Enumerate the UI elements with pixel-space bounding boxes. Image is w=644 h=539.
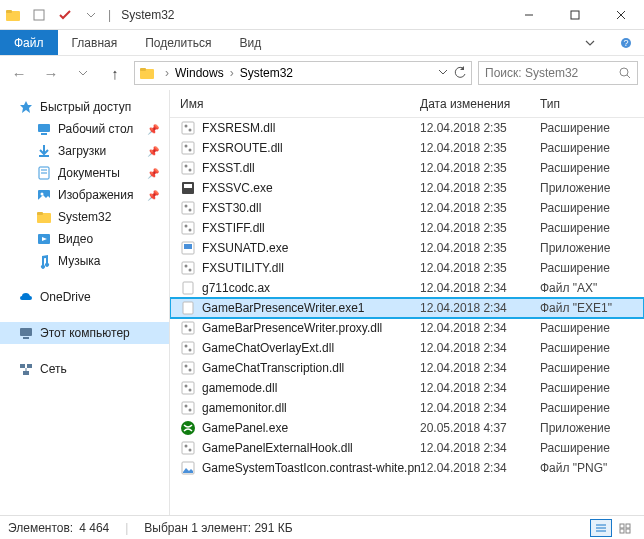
- svg-rect-2: [34, 10, 44, 20]
- ribbon-help-icon[interactable]: ?: [608, 30, 644, 55]
- search-input[interactable]: [485, 66, 615, 80]
- file-list[interactable]: FXSRESM.dll12.04.2018 2:35РасширениеFXSR…: [170, 118, 644, 515]
- sidebar-this-pc[interactable]: Этот компьютер: [0, 322, 169, 344]
- address-bar[interactable]: › Windows › System32: [134, 61, 472, 85]
- view-mode-switch: [590, 519, 636, 537]
- svg-point-31: [185, 125, 188, 128]
- nav-forward-button[interactable]: →: [38, 60, 64, 86]
- file-row[interactable]: GameChatTranscription.dll12.04.2018 2:34…: [170, 358, 644, 378]
- nav-up-button[interactable]: ↑: [102, 60, 128, 86]
- file-type: Файл "EXE1": [540, 301, 644, 315]
- sidebar-item-label: Изображения: [58, 188, 133, 202]
- file-date: 12.04.2018 2:35: [420, 181, 540, 195]
- pin-icon: 📌: [147, 124, 159, 135]
- file-row[interactable]: FXST30.dll12.04.2018 2:35Расширение: [170, 198, 644, 218]
- qat-check-icon[interactable]: [56, 6, 74, 24]
- svg-point-46: [189, 229, 192, 232]
- sidebar-item[interactable]: Видео: [0, 228, 169, 250]
- sidebar-item[interactable]: System32: [0, 206, 169, 228]
- file-date: 12.04.2018 2:35: [420, 201, 540, 215]
- sidebar-item-label: Документы: [58, 166, 120, 180]
- file-type: Расширение: [540, 361, 644, 375]
- view-details-button[interactable]: [590, 519, 612, 537]
- folder-icon: [139, 65, 155, 81]
- file-row[interactable]: FXSTIFF.dll12.04.2018 2:35Расширение: [170, 218, 644, 238]
- file-name: FXSST.dll: [202, 161, 255, 175]
- close-button[interactable]: [598, 0, 644, 30]
- qat-save-icon[interactable]: [30, 6, 48, 24]
- chevron-right-icon[interactable]: ›: [230, 66, 234, 80]
- sidebar-label: Сеть: [40, 362, 67, 376]
- minimize-button[interactable]: [506, 0, 552, 30]
- svg-point-35: [189, 149, 192, 152]
- breadcrumb[interactable]: System32: [240, 66, 293, 80]
- dll-icon: [180, 120, 196, 136]
- ribbon-expand-icon[interactable]: [572, 30, 608, 55]
- file-date: 12.04.2018 2:35: [420, 121, 540, 135]
- file-date: 12.04.2018 2:35: [420, 141, 540, 155]
- file-row[interactable]: GameChatOverlayExt.dll12.04.2018 2:34Рас…: [170, 338, 644, 358]
- file-type: Расширение: [540, 401, 644, 415]
- nav-recent-button[interactable]: [70, 60, 96, 86]
- qat-down-icon[interactable]: [82, 6, 100, 24]
- tab-share[interactable]: Поделиться: [131, 30, 225, 55]
- tab-home[interactable]: Главная: [58, 30, 132, 55]
- svg-rect-36: [182, 162, 194, 174]
- file-row[interactable]: GameBarPresenceWriter.proxy.dll12.04.201…: [170, 318, 644, 338]
- view-icons-button[interactable]: [614, 519, 636, 537]
- column-name[interactable]: Имя: [170, 97, 420, 111]
- sidebar-item[interactable]: Документы📌: [0, 162, 169, 184]
- sidebar-label: OneDrive: [40, 290, 91, 304]
- file-row[interactable]: GamePanelExternalHook.dll12.04.2018 2:34…: [170, 438, 644, 458]
- file-date: 12.04.2018 2:34: [420, 401, 540, 415]
- tab-file[interactable]: Файл: [0, 30, 58, 55]
- address-dropdown-icon[interactable]: [437, 66, 449, 80]
- tab-view[interactable]: Вид: [225, 30, 275, 55]
- sidebar-item[interactable]: Музыка: [0, 250, 169, 272]
- column-date[interactable]: Дата изменения: [420, 97, 540, 111]
- file-row[interactable]: gamemonitor.dll12.04.2018 2:34Расширение: [170, 398, 644, 418]
- file-type: Расширение: [540, 321, 644, 335]
- file-name: g711codc.ax: [202, 281, 270, 295]
- column-type[interactable]: Тип: [540, 97, 644, 111]
- svg-point-62: [189, 369, 192, 372]
- file-row[interactable]: FXSROUTE.dll12.04.2018 2:35Расширение: [170, 138, 644, 158]
- svg-rect-14: [41, 133, 47, 135]
- file-type: Расширение: [540, 121, 644, 135]
- file-row[interactable]: FXSSVC.exe12.04.2018 2:35Приложение: [170, 178, 644, 198]
- dll-icon: [180, 360, 196, 376]
- file-row[interactable]: FXSUNATD.exe12.04.2018 2:35Приложение: [170, 238, 644, 258]
- file-type: Файл "AX": [540, 281, 644, 295]
- sidebar-item[interactable]: Изображения📌: [0, 184, 169, 206]
- search-box[interactable]: [478, 61, 638, 85]
- svg-rect-25: [23, 337, 29, 339]
- sidebar-quick-access[interactable]: Быстрый доступ: [0, 96, 169, 118]
- refresh-icon[interactable]: [453, 66, 467, 80]
- breadcrumb[interactable]: Windows: [175, 66, 224, 80]
- file-row[interactable]: FXSRESM.dll12.04.2018 2:35Расширение: [170, 118, 644, 138]
- nav-back-button[interactable]: ←: [6, 60, 32, 86]
- file-row[interactable]: gamemode.dll12.04.2018 2:34Расширение: [170, 378, 644, 398]
- sidebar-onedrive[interactable]: OneDrive: [0, 286, 169, 308]
- file-row[interactable]: GamePanel.exe20.05.2018 4:37Приложение: [170, 418, 644, 438]
- file-row[interactable]: FXSUTILITY.dll12.04.2018 2:35Расширение: [170, 258, 644, 278]
- sidebar-network[interactable]: Сеть: [0, 358, 169, 380]
- sidebar-item[interactable]: Рабочий стол📌: [0, 118, 169, 140]
- svg-rect-41: [182, 202, 194, 214]
- file-row[interactable]: GameBarPresenceWriter.exe112.04.2018 2:3…: [170, 298, 644, 318]
- svg-rect-78: [626, 524, 630, 528]
- main-split: Быстрый доступ Рабочий стол📌Загрузки📌Док…: [0, 90, 644, 515]
- sidebar-item[interactable]: Загрузки📌: [0, 140, 169, 162]
- chevron-right-icon[interactable]: ›: [165, 66, 169, 80]
- maximize-button[interactable]: [552, 0, 598, 30]
- file-name: FXSUNATD.exe: [202, 241, 288, 255]
- sidebar-label: Быстрый доступ: [40, 100, 131, 114]
- file-name: GameBarPresenceWriter.proxy.dll: [202, 321, 382, 335]
- file-date: 12.04.2018 2:34: [420, 441, 540, 455]
- file-row[interactable]: g711codc.ax12.04.2018 2:34Файл "AX": [170, 278, 644, 298]
- file-date: 12.04.2018 2:34: [420, 361, 540, 375]
- file-row[interactable]: FXSST.dll12.04.2018 2:35Расширение: [170, 158, 644, 178]
- file-row[interactable]: GameSystemToastIcon.contrast-white.png12…: [170, 458, 644, 478]
- svg-point-50: [185, 265, 188, 268]
- svg-rect-27: [27, 364, 32, 368]
